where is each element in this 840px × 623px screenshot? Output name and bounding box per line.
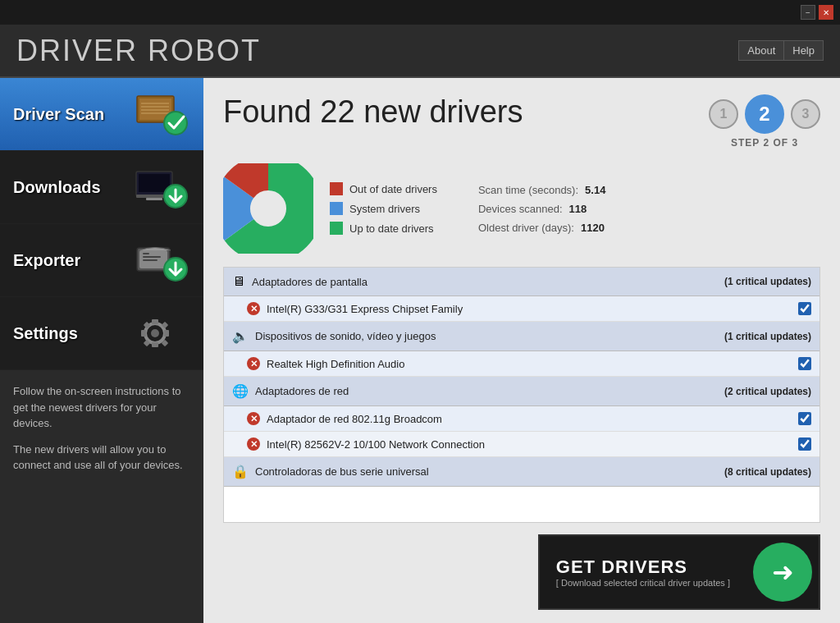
category-name: Adaptadores de pantalla	[252, 276, 718, 288]
category-icon: 🔒	[232, 464, 249, 479]
sidebar-info-text-1: Follow the on-screen instructions to get…	[13, 383, 190, 432]
category-updates: (1 critical updates)	[724, 276, 811, 287]
stats-row: Out of date drivers System drivers Up to…	[223, 163, 820, 254]
get-drivers-arrow-icon: ➜	[753, 543, 812, 602]
scan-stats: Scan time (seconds): 5.14 Devices scanne…	[478, 184, 605, 234]
stat-label-scan-time: Scan time (seconds):	[478, 184, 578, 196]
driver-checkbox[interactable]	[798, 302, 811, 315]
content-area: Found 22 new drivers 1 2 3 STEP 2 OF 3	[203, 78, 840, 623]
step-indicator: 1 2 3 STEP 2 OF 3	[709, 94, 820, 149]
driver-name: Intel(R) 82562V-2 10/100 Network Connect…	[267, 438, 792, 451]
app-title-normal: ROBOT	[138, 34, 261, 67]
category-updates: (1 critical updates)	[724, 331, 811, 342]
close-button[interactable]: ✕	[819, 5, 833, 20]
step-circle-2: 2	[745, 94, 784, 134]
sidebar-label-exporter: Exporter	[13, 251, 80, 270]
category-name: Dispositivos de sonido, vídeo y juegos	[255, 330, 718, 342]
svg-rect-25	[164, 330, 169, 337]
legend-label-out-of-date: Out of date drivers	[349, 183, 437, 195]
driver-item: ✕ Intel(R) 82562V-2 10/100 Network Conne…	[224, 432, 819, 457]
stat-devices-scanned: Devices scanned: 118	[478, 203, 605, 215]
svg-rect-8	[139, 174, 170, 192]
sidebar-item-downloads[interactable]: Downloads	[0, 151, 203, 224]
svg-rect-15	[143, 253, 149, 254]
svg-rect-23	[152, 342, 158, 347]
about-nav-item[interactable]: About	[738, 40, 783, 61]
sidebar-info-text-2: The new drivers will allow you to connec…	[13, 442, 190, 474]
get-drivers-title: GET DRIVERS	[556, 557, 730, 578]
get-drivers-subtitle: [ Download selected critical driver upda…	[556, 578, 730, 588]
legend-item-system: System drivers	[330, 202, 437, 215]
legend-label-system: System drivers	[349, 203, 420, 215]
main-container: Driver Scan Downloads	[0, 78, 840, 623]
svg-point-21	[151, 329, 159, 337]
driver-name: Adaptador de red 802.11g Broadcom	[267, 413, 792, 425]
sidebar-label-settings: Settings	[13, 324, 78, 343]
settings-icon	[133, 309, 190, 358]
driver-item: ✕ Realtek High Definition Audio	[224, 351, 819, 377]
driver-category: 🌐 Adaptadores de red (2 critical updates…	[224, 377, 819, 406]
sidebar-item-driver-scan[interactable]: Driver Scan	[0, 78, 203, 151]
svg-rect-16	[143, 256, 161, 258]
driver-checkbox[interactable]	[798, 357, 811, 370]
category-updates: (8 critical updates)	[724, 466, 811, 478]
stat-scan-time: Scan time (seconds): 5.14	[478, 184, 605, 196]
get-drivers-container: GET DRIVERS [ Download selected critical…	[223, 534, 820, 610]
legend-item-out-of-date: Out of date drivers	[330, 182, 437, 195]
driver-item: ✕ Adaptador de red 802.11g Broadcom	[224, 406, 819, 432]
legend-color-up-to-date	[330, 222, 343, 235]
sidebar-item-exporter[interactable]: Exporter	[0, 224, 203, 297]
step-circle-3: 3	[791, 99, 820, 129]
category-icon: 🌐	[232, 383, 249, 399]
sidebar-label-downloads: Downloads	[13, 178, 101, 197]
svg-rect-10	[146, 198, 162, 200]
driver-item: ✕ Intel(R) G33/G31 Express Chipset Famil…	[224, 296, 819, 322]
svg-point-6	[164, 112, 187, 135]
sidebar-item-settings[interactable]: Settings	[0, 297, 203, 370]
driver-name: Realtek High Definition Audio	[267, 358, 792, 370]
legend-color-system	[330, 202, 343, 215]
sidebar-label-driver-scan: Driver Scan	[13, 105, 104, 124]
svg-rect-22	[152, 319, 158, 324]
legend-color-out-of-date	[330, 182, 343, 195]
step-circles: 1 2 3	[709, 94, 820, 134]
category-name: Controladoras de bus serie universal	[255, 465, 718, 478]
driver-error-icon: ✕	[247, 412, 260, 425]
driver-checkbox[interactable]	[798, 437, 811, 451]
pie-chart	[223, 163, 313, 254]
found-drivers-title: Found 22 new drivers	[223, 94, 523, 130]
category-icon: 🖥	[232, 274, 245, 289]
downloads-icon	[133, 163, 190, 212]
category-icon: 🔈	[232, 328, 249, 344]
stat-oldest-driver: Oldest driver (days): 1120	[478, 222, 605, 234]
svg-rect-26	[144, 321, 150, 328]
driver-checkbox[interactable]	[798, 412, 811, 425]
minimize-button[interactable]: −	[801, 5, 815, 20]
stat-value-scan-time: 5.14	[585, 184, 605, 196]
driver-category: 🔒 Controladoras de bus serie universal (…	[224, 457, 819, 487]
step-label: STEP 2 OF 3	[731, 137, 798, 149]
step-circle-1: 1	[709, 99, 738, 129]
stat-value-oldest: 1120	[581, 222, 605, 234]
app-title-bold: DRIVER	[16, 34, 138, 67]
header-nav: About Help	[738, 40, 824, 61]
driver-list[interactable]: 🖥 Adaptadores de pantalla (1 critical up…	[223, 267, 820, 523]
driver-scan-icon	[133, 89, 190, 139]
svg-rect-17	[143, 259, 158, 261]
stat-value-devices: 118	[569, 203, 587, 215]
get-drivers-button[interactable]: GET DRIVERS [ Download selected critical…	[538, 534, 820, 610]
help-nav-item[interactable]: Help	[783, 40, 824, 61]
chart-legend: Out of date drivers System drivers Up to…	[330, 182, 437, 235]
content-header: Found 22 new drivers 1 2 3 STEP 2 OF 3	[223, 94, 820, 149]
exporter-icon	[133, 236, 190, 285]
category-updates: (2 critical updates)	[724, 386, 811, 397]
title-bar: − ✕	[0, 0, 840, 25]
app-header: DRIVER ROBOT About Help	[0, 25, 840, 78]
stat-label-devices: Devices scanned:	[478, 203, 563, 215]
legend-label-up-to-date: Up to date drivers	[349, 222, 434, 235]
stat-label-oldest: Oldest driver (days):	[478, 222, 574, 234]
sidebar: Driver Scan Downloads	[0, 78, 203, 623]
legend-item-up-to-date: Up to date drivers	[330, 222, 437, 235]
driver-name: Intel(R) G33/G31 Express Chipset Family	[267, 303, 792, 315]
get-drivers-text: GET DRIVERS [ Download selected critical…	[540, 547, 746, 598]
